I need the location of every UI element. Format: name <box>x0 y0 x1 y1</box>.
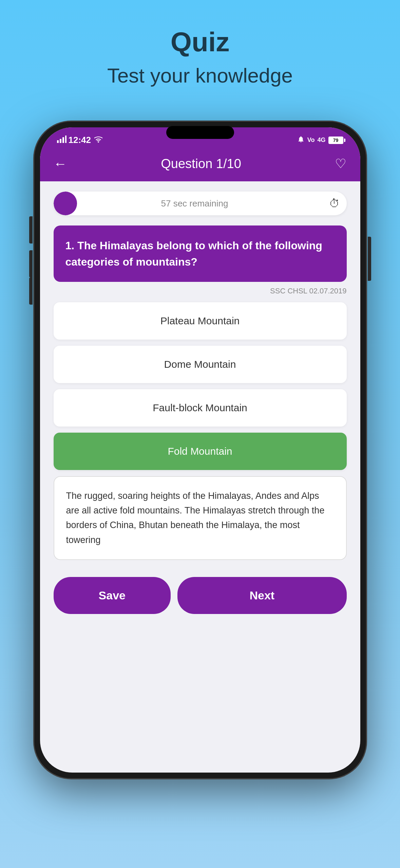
answer-text-c: Fault-block Mountain <box>153 402 247 413</box>
svg-rect-0 <box>57 140 59 143</box>
bell-icon <box>297 135 305 145</box>
question-counter: Question 1/10 <box>161 157 241 171</box>
status-time: 12:42 <box>69 135 91 145</box>
answer-text-d: Fold Mountain <box>168 446 232 457</box>
question-source: SSC CHSL 02.07.2019 <box>54 287 347 295</box>
timer-text: 57 sec remaining <box>60 198 329 209</box>
explanation-text: The rugged, soaring heights of the Himal… <box>66 489 334 547</box>
back-button[interactable]: ← <box>54 157 67 170</box>
battery-icon: 79 <box>328 137 343 144</box>
bottom-bar: Save Next <box>40 570 360 628</box>
answer-option-d[interactable]: Fold Mountain <box>54 433 347 470</box>
question-box: 1. The Himalayas belong to which of the … <box>54 225 347 282</box>
answer-option-a[interactable]: Plateau Mountain <box>54 302 347 340</box>
next-button[interactable]: Next <box>177 577 346 614</box>
svg-rect-2 <box>62 137 64 143</box>
page-header: Quiz Test your knowledge <box>107 0 293 87</box>
answer-option-b[interactable]: Dome Mountain <box>54 346 347 383</box>
svg-rect-1 <box>60 139 61 143</box>
answer-text-a: Plateau Mountain <box>160 315 240 326</box>
page-subtitle: Test your knowledge <box>107 64 293 87</box>
save-button[interactable]: Save <box>54 577 171 614</box>
status-left: 12:42 <box>57 135 103 145</box>
favorite-button[interactable]: ♡ <box>335 156 346 171</box>
answer-option-c[interactable]: Fault-block Mountain <box>54 389 347 427</box>
signal-indicator <box>57 135 66 145</box>
phone-mockup: 12:42 Vo 4G 7 <box>34 121 366 779</box>
explanation-box: The rugged, soaring heights of the Himal… <box>54 476 347 560</box>
answer-text-b: Dome Mountain <box>164 359 236 370</box>
timer-bar: 57 sec remaining ⏱ <box>54 192 347 215</box>
wifi-icon <box>94 137 102 144</box>
svg-rect-3 <box>65 135 66 143</box>
status-right: Vo 4G 79 <box>297 135 343 145</box>
timer-icon: ⏱ <box>329 197 340 210</box>
dynamic-island <box>166 126 234 139</box>
page-title: Quiz <box>107 27 293 57</box>
lte-label: 4G <box>317 137 325 144</box>
phone-outer: 12:42 Vo 4G 7 <box>34 121 366 779</box>
network-label: Vo <box>307 137 315 144</box>
content-area: 57 sec remaining ⏱ 1. The Himalayas belo… <box>40 181 360 570</box>
question-text: 1. The Himalayas belong to which of the … <box>65 237 335 270</box>
phone-screen: 12:42 Vo 4G 7 <box>40 127 360 773</box>
app-header: ← Question 1/10 ♡ <box>40 149 360 181</box>
